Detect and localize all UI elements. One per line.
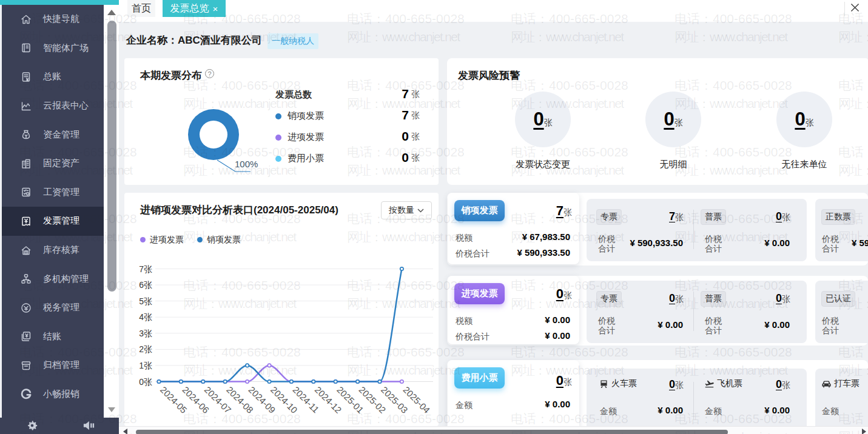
svg-text:2张: 2张 [139,344,152,354]
svg-text:5张: 5张 [139,296,152,306]
svg-text:0张: 0张 [139,377,152,387]
svg-text:3张: 3张 [139,329,152,338]
svg-text:1张: 1张 [139,361,152,370]
svg-text:6张: 6张 [139,280,152,290]
svg-text:7张: 7张 [139,264,152,274]
svg-text:4张: 4张 [139,312,152,322]
